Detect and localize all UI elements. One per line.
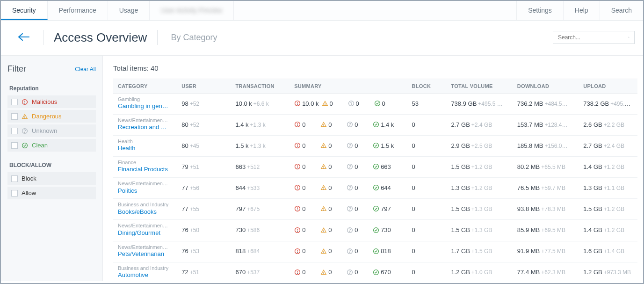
- checkbox[interactable]: [11, 99, 18, 105]
- category-parent: Business and Industry: [118, 265, 172, 271]
- mal-icon: [294, 142, 301, 149]
- cln-icon: [22, 142, 28, 149]
- search-box[interactable]: [553, 31, 635, 44]
- cln-icon: [373, 248, 379, 255]
- col-block[interactable]: BLOCK: [407, 79, 447, 94]
- checkbox[interactable]: [11, 142, 18, 149]
- filter-dangerous[interactable]: Dangerous: [7, 110, 96, 123]
- tab-performance[interactable]: Performance: [48, 1, 108, 20]
- back-button[interactable]: [14, 31, 33, 44]
- col-category[interactable]: CATEGORY: [113, 79, 177, 94]
- ul-delta: +1.1 GB: [604, 185, 624, 191]
- tab-help[interactable]: Help: [563, 1, 600, 20]
- ul-delta: +495.0 …: [610, 101, 635, 107]
- category-link[interactable]: Gambling in gen…: [118, 102, 172, 110]
- category-link[interactable]: Financial Products: [118, 166, 172, 174]
- cln-icon: [373, 184, 379, 191]
- user-delta: +55: [190, 206, 199, 212]
- user-delta: +52: [190, 101, 199, 107]
- user-delta: +53: [190, 248, 199, 255]
- summary-cell: 0001.4 k: [294, 121, 402, 128]
- cln-icon: [374, 100, 381, 107]
- unk-icon: [348, 100, 355, 107]
- user-delta: +45: [190, 143, 199, 149]
- dl-delta: +65.5 MB: [541, 164, 565, 170]
- dan-icon: [320, 184, 327, 191]
- category-link[interactable]: Books/eBooks: [118, 208, 172, 216]
- tab-settings[interactable]: Settings: [516, 1, 563, 20]
- filter-block[interactable]: Block: [7, 172, 96, 185]
- tab-usage[interactable]: Usage: [108, 1, 150, 20]
- summary-clean: 818: [381, 248, 391, 255]
- col-transaction[interactable]: TRANSACTION: [231, 79, 289, 94]
- tab-search[interactable]: Search: [600, 1, 643, 20]
- checkbox[interactable]: [11, 190, 18, 197]
- category-parent: Finance: [118, 160, 172, 166]
- filter-label: Allow: [22, 189, 36, 197]
- dl-value: 93.8 MB: [517, 205, 540, 212]
- txn-value: 818: [235, 248, 246, 255]
- ul-value: 738.2 GB: [583, 100, 609, 107]
- user-value: 76: [181, 226, 188, 233]
- dan-icon: [320, 163, 327, 170]
- summary-cell: 000730: [294, 226, 402, 233]
- tab-security[interactable]: Security: [1, 1, 48, 20]
- tab-blurred[interactable]: User Activity Preview: [150, 1, 234, 20]
- unk-icon: [347, 227, 353, 233]
- dan-icon: [22, 113, 28, 120]
- cln-icon: [373, 269, 379, 276]
- ul-delta: +973.3 MB: [604, 269, 631, 276]
- dl-delta: +69.5 MB: [541, 227, 565, 233]
- checkbox[interactable]: [11, 113, 18, 120]
- dl-delta: +484.5…: [544, 101, 567, 107]
- clear-all-link[interactable]: Clear All: [75, 66, 96, 73]
- filter-clean[interactable]: Clean: [7, 139, 96, 152]
- col-user[interactable]: USER: [177, 79, 231, 94]
- category-link[interactable]: Health: [118, 145, 172, 153]
- col-upload[interactable]: UPLOAD: [579, 79, 637, 94]
- dan-icon: [322, 100, 328, 107]
- category-link[interactable]: Politics: [118, 187, 172, 195]
- category-parent: Health: [118, 138, 172, 145]
- dl-delta: +59.7 MB: [541, 185, 565, 191]
- mal-icon: [294, 100, 301, 107]
- filter-label: Unknown: [32, 127, 57, 134]
- checkbox[interactable]: [11, 128, 18, 134]
- col-total-volume[interactable]: TOTAL VOLUME: [446, 79, 512, 94]
- summary-cell: 000797: [294, 205, 402, 212]
- ul-value: 1.6 GB: [583, 248, 602, 255]
- category-link[interactable]: Pets/Veterinarian: [118, 250, 172, 258]
- category-link[interactable]: Recreation and …: [118, 124, 172, 131]
- table-row: HealthHealth80+451.5 k+1.3 k0001.5 k02.9…: [113, 136, 637, 157]
- filter-unknown[interactable]: Unknown: [7, 124, 96, 137]
- tv-value: 1.5 GB: [451, 205, 470, 212]
- mal-icon: [294, 121, 301, 128]
- summary-clean: 644: [381, 184, 391, 191]
- user-value: 77: [181, 184, 188, 191]
- user-value: 72: [181, 269, 188, 276]
- dl-value: 85.9 MB: [517, 226, 540, 233]
- tv-delta: +1.2 GB: [471, 164, 492, 170]
- filter-label: Block: [22, 175, 36, 182]
- block-value: 0: [412, 163, 415, 170]
- group-label-reputation: Reputation: [9, 85, 94, 92]
- dl-value: 76.5 MB: [517, 184, 540, 191]
- category-link[interactable]: Dining/Gourmet: [118, 229, 172, 237]
- ul-delta: +1.2 GB: [604, 227, 624, 233]
- mal-icon: [294, 163, 301, 170]
- tv-value: 1.5 GB: [451, 226, 470, 233]
- category-link[interactable]: Automotive: [118, 271, 172, 279]
- search-input[interactable]: [558, 34, 628, 41]
- dan-icon: [320, 248, 327, 255]
- col-download[interactable]: DOWNLOAD: [513, 79, 579, 94]
- tv-delta: +2.4 GB: [471, 122, 492, 128]
- checkbox[interactable]: [11, 175, 18, 182]
- page-title: Access Overview: [54, 30, 147, 45]
- dan-icon: [320, 227, 327, 233]
- filter-allow[interactable]: Allow: [7, 187, 96, 199]
- txn-delta: +675: [247, 206, 260, 212]
- table-row: News/Entertainmen…Pets/Veterinarian76+53…: [113, 241, 637, 262]
- filter-malicious[interactable]: Malicious: [7, 95, 96, 108]
- cln-icon: [373, 163, 379, 170]
- col-summary[interactable]: SUMMARY: [289, 79, 407, 94]
